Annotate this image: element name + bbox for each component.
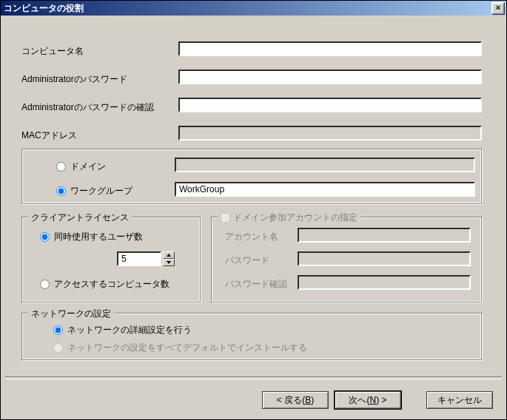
domain-radio[interactable]	[56, 162, 66, 172]
admin-password-confirm-label: Administratorのパスワードの確認	[21, 101, 154, 114]
license-count-input[interactable]	[117, 251, 161, 266]
domain-account-group: ドメイン参加アカウントの指定 アカウント名 パスワード パスワード確認	[211, 217, 482, 302]
network-group: ネットワークの設定 ネットワークの詳細設定を行う ネットワークの設定をすべてデフ…	[21, 313, 482, 360]
domain-account-legend-wrap: ドメイン参加アカウントの指定	[218, 211, 360, 224]
back-button[interactable]: < 戻る(B)	[262, 391, 329, 409]
network-default-label: ネットワークの設定をすべてデフォルトでインストールする	[67, 342, 307, 354]
account-name-label: アカウント名	[225, 231, 278, 243]
domain-input	[175, 158, 475, 172]
button-bar-separator	[5, 376, 502, 379]
network-custom-label: ネットワークの詳細設定を行う	[67, 324, 192, 336]
account-password-confirm-label: パスワード確認	[225, 278, 287, 291]
client-license-group: クライアントライセンス 同時使用するユーザ数 アクセスするコンピュータ数	[21, 217, 201, 302]
account-password-label: パスワード	[225, 254, 269, 267]
mac-address-input	[178, 126, 482, 140]
workgroup-radio-label: ワークグループ	[70, 185, 132, 197]
computer-name-label: コンピュータ名	[21, 45, 84, 58]
license-count-up-button[interactable]	[163, 251, 175, 259]
network-default-radio	[53, 343, 63, 353]
per-server-radio[interactable]	[40, 280, 50, 289]
per-seat-radio[interactable]	[40, 232, 50, 242]
admin-password-label: Administratorのパスワード	[21, 73, 127, 86]
client-license-legend: クライアントライセンス	[28, 211, 132, 224]
per-server-label: アクセスするコンピュータ数	[54, 278, 169, 291]
per-seat-label: 同時使用するユーザ数	[54, 231, 143, 243]
window-title: コンピュータの役割	[4, 2, 84, 15]
admin-password-input[interactable]	[178, 70, 482, 84]
domain-radio-label: ドメイン	[70, 160, 106, 173]
next-button[interactable]: 次へ(N) >	[335, 391, 401, 409]
workgroup-input[interactable]	[175, 182, 475, 197]
account-password-input	[298, 251, 471, 266]
network-custom-radio[interactable]	[53, 325, 63, 335]
account-name-input	[298, 228, 471, 243]
domain-account-legend: ドメイン参加アカウントの指定	[233, 211, 357, 224]
computer-name-input[interactable]	[178, 41, 482, 56]
license-count-down-button[interactable]	[163, 259, 175, 266]
account-password-confirm-input	[298, 275, 471, 290]
admin-password-confirm-input[interactable]	[178, 98, 482, 112]
workgroup-radio[interactable]	[56, 186, 66, 196]
mac-address-label: MACアドレス	[21, 129, 77, 142]
membership-group: ドメイン ワークグループ	[21, 149, 482, 204]
close-button[interactable]: ×	[491, 2, 505, 15]
domain-account-checkbox	[221, 213, 230, 223]
cancel-button[interactable]: キャンセル	[426, 391, 493, 409]
titlebar: コンピュータの役割 ×	[1, 1, 506, 16]
network-legend: ネットワークの設定	[28, 308, 114, 320]
